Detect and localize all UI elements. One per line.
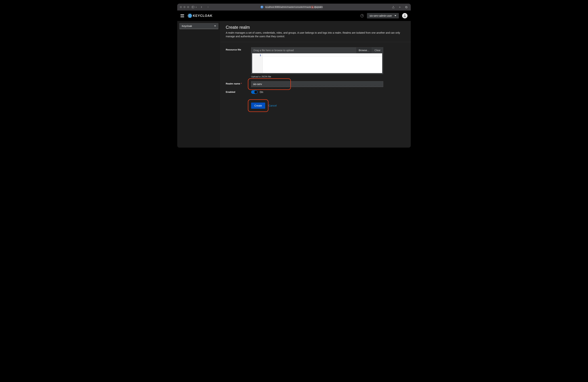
realm-selector[interactable]: Keycloak xyxy=(179,23,218,29)
realm-name-input[interactable] xyxy=(251,81,383,87)
realm-name-label: Realm name* xyxy=(226,81,251,85)
enabled-label: Enabled xyxy=(226,91,251,93)
code-area[interactable] xyxy=(263,53,382,73)
mute-icon[interactable]: 🔇 xyxy=(311,6,314,8)
clear-button[interactable]: Clear xyxy=(372,47,383,53)
url-bar[interactable]: 🛡 localhost:8080/admin/master/console/#/… xyxy=(265,5,323,9)
page-title: Create realm xyxy=(226,25,406,30)
minimize-window-icon[interactable] xyxy=(183,6,186,8)
chevron-down-icon xyxy=(214,25,216,27)
svg-point-6 xyxy=(404,15,405,16)
line-gutter: 1 xyxy=(252,53,263,73)
back-icon[interactable] xyxy=(200,5,204,9)
file-drop[interactable]: Drag a file here or browse to upload Bro… xyxy=(251,47,383,53)
tabs-overview-icon[interactable] xyxy=(404,5,408,9)
hamburger-icon[interactable] xyxy=(181,14,184,17)
browse-button[interactable]: Browse... xyxy=(356,47,372,53)
share-icon[interactable] xyxy=(391,5,395,9)
logo-mark-icon xyxy=(187,14,192,18)
close-window-icon[interactable] xyxy=(180,6,182,8)
enabled-toggle[interactable] xyxy=(251,90,258,94)
chevron-down-icon xyxy=(395,15,396,16)
browser-window: ▾ 🛡 localhost:8080/admin/master/console/… xyxy=(177,4,411,148)
help-icon[interactable]: ? xyxy=(360,14,364,17)
code-editor[interactable]: 1 xyxy=(251,53,383,74)
fullscreen-window-icon[interactable] xyxy=(187,6,189,8)
cancel-button[interactable]: Cancel xyxy=(269,104,277,107)
new-tab-icon[interactable] xyxy=(398,5,402,9)
forward-icon[interactable] xyxy=(206,5,210,9)
titlebar: ▾ 🛡 localhost:8080/admin/master/console/… xyxy=(177,4,411,11)
svg-rect-5 xyxy=(405,6,407,8)
app-header: KEYCLOAK ? sio-serv-admin-user xyxy=(177,11,411,21)
brand-text: KEYCLOAK xyxy=(193,14,212,18)
main-content: Create realm A realm manages a set of us… xyxy=(221,21,411,148)
user-name: sio-serv-admin-user xyxy=(370,14,392,17)
brand-logo[interactable]: KEYCLOAK xyxy=(187,14,212,18)
enabled-state: On xyxy=(260,91,263,94)
avatar[interactable] xyxy=(402,13,407,19)
reload-icon[interactable]: ↻ xyxy=(319,6,321,8)
sidebar-toggle-icon[interactable] xyxy=(191,5,195,9)
page-description: A realm manages a set of users, credenti… xyxy=(226,31,406,38)
file-drop-placeholder[interactable]: Drag a file here or browse to upload xyxy=(251,47,356,53)
chevron-down-icon[interactable]: ▾ xyxy=(196,6,197,8)
file-helper-text: Upload a JSON file xyxy=(251,75,383,78)
svg-rect-4 xyxy=(406,6,407,8)
traffic-lights[interactable] xyxy=(180,6,189,8)
translate-icon[interactable]: ⁅ᴀ⁆ xyxy=(315,6,318,8)
privacy-shield-icon[interactable]: 🛡 xyxy=(260,6,263,8)
user-dropdown[interactable]: sio-serv-admin-user xyxy=(367,13,399,19)
divider xyxy=(221,42,411,42)
svg-rect-0 xyxy=(192,6,194,8)
resource-file-label: Resource file xyxy=(226,47,251,51)
realm-selector-label: Keycloak xyxy=(182,25,192,27)
sidebar: Keycloak xyxy=(177,21,221,148)
create-button[interactable]: Create xyxy=(251,103,265,109)
